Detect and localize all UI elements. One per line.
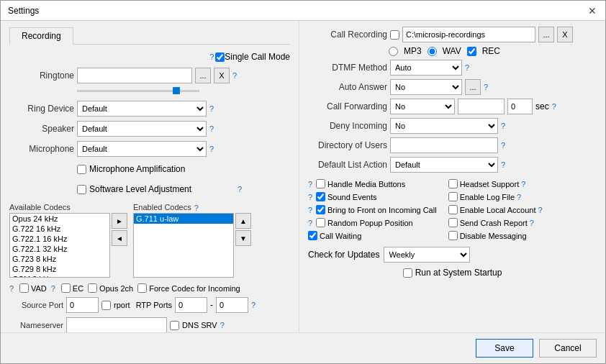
dtmf-select[interactable]: Auto — [390, 60, 462, 76]
help-ports[interactable]: ? — [251, 301, 257, 309]
help-forwarding[interactable]: ? — [552, 102, 558, 111]
rec-checkbox[interactable] — [467, 47, 476, 56]
help-codecs[interactable]: ? — [194, 204, 200, 212]
source-port-input[interactable] — [66, 297, 99, 313]
settings-window: Settings ✕ Recording ? Single Call Mode … — [0, 0, 606, 364]
help-dtmf[interactable]: ? — [465, 63, 471, 72]
help-headset[interactable]: ? — [521, 180, 527, 188]
run-startup-checkbox[interactable] — [403, 268, 412, 278]
software-level-row: Software Level Adjustment ? — [77, 181, 290, 197]
help-local[interactable]: ? — [538, 206, 543, 214]
save-button[interactable]: Save — [476, 339, 533, 358]
help-single-call[interactable]: ? — [209, 53, 215, 61]
volume-slider-thumb[interactable] — [173, 87, 180, 94]
auto-answer-select[interactable]: No — [390, 79, 462, 95]
cancel-button[interactable]: Cancel — [539, 339, 597, 358]
enable-log-checkbox[interactable] — [448, 192, 458, 201]
force-codec-checkbox[interactable] — [137, 283, 147, 293]
call-recording-checkbox[interactable] — [390, 30, 399, 40]
help-vad[interactable]: ? — [9, 284, 15, 293]
recording-clear-button[interactable]: X — [557, 27, 573, 42]
tab-recording[interactable]: Recording — [9, 27, 73, 45]
help-random-popup[interactable]: ? — [308, 219, 314, 227]
help-auto-answer[interactable]: ? — [484, 83, 489, 91]
available-codecs-list[interactable]: Opus 24 kHz G.722 16 kHz G.722.1 16 kHz … — [9, 213, 110, 278]
rport-checkbox[interactable] — [101, 301, 111, 310]
deny-select[interactable]: No — [390, 118, 498, 134]
ring-device-select[interactable]: Default — [77, 101, 207, 117]
bring-front-checkbox[interactable] — [316, 205, 325, 214]
rtp-ports-label: RTP Ports — [136, 301, 172, 309]
tab-bar: Recording — [9, 27, 290, 45]
codec-item[interactable]: G.722.1 16 kHz — [10, 234, 109, 244]
help-handle-media[interactable]: ? — [308, 180, 314, 188]
codec-move-up-button[interactable]: ▲ — [235, 213, 251, 229]
help-bring-front[interactable]: ? — [308, 206, 314, 214]
codec-item[interactable]: Opus 24 kHz — [10, 214, 109, 224]
help-default-list[interactable]: ? — [501, 160, 507, 169]
codec-move-right-button[interactable]: ► — [112, 213, 127, 229]
help-deny[interactable]: ? — [501, 122, 507, 130]
ringtone-browse-button[interactable]: ... — [195, 68, 211, 83]
handle-media-checkbox[interactable] — [316, 179, 325, 188]
recording-path-input[interactable] — [402, 27, 535, 42]
mic-amp-checkbox[interactable] — [77, 165, 86, 174]
source-port-label: Source Port — [9, 301, 63, 309]
auto-answer-browse-button[interactable]: ... — [465, 79, 481, 95]
help-ringtone[interactable]: ? — [232, 71, 238, 80]
check-updates-select[interactable]: Weekly — [384, 247, 470, 263]
headset-support-checkbox[interactable] — [448, 179, 458, 188]
help-crash[interactable]: ? — [530, 219, 535, 227]
codec-item[interactable]: G.722 16 kHz — [10, 224, 109, 234]
send-crash-checkbox[interactable] — [448, 218, 458, 227]
vad-checkbox[interactable] — [19, 283, 29, 293]
random-popup-checkbox[interactable] — [316, 218, 325, 227]
codec-item[interactable]: G.723 8 kHz — [10, 254, 109, 264]
help-sound-events[interactable]: ? — [308, 193, 314, 201]
ec-checkbox[interactable] — [61, 283, 71, 293]
help-ec[interactable]: ? — [51, 284, 57, 293]
available-codecs-box: Available Codecs Opus 24 kHz G.722 16 kH… — [9, 203, 127, 278]
codec-item[interactable]: G.729 8 kHz — [10, 264, 109, 274]
help-speaker[interactable]: ? — [209, 124, 215, 133]
help-directory[interactable]: ? — [501, 141, 507, 150]
software-level-checkbox[interactable] — [77, 185, 86, 194]
codec-item[interactable]: G.722.1 32 kHz — [10, 244, 109, 254]
bring-front-row: ? Bring to Front on Incoming Call — [308, 205, 437, 214]
help-ring-device[interactable]: ? — [209, 104, 215, 113]
opus-label: Opus 2ch — [88, 283, 133, 293]
forwarding-input[interactable] — [458, 99, 505, 114]
help-nameserver[interactable]: ? — [220, 321, 226, 329]
help-software-level[interactable]: ? — [238, 185, 243, 194]
wav-radio[interactable] — [428, 47, 437, 56]
close-button[interactable]: ✕ — [587, 5, 598, 17]
force-codec-label: Force Codec for Incoming — [137, 283, 240, 293]
rtp-to-input[interactable] — [216, 297, 248, 313]
single-call-checkbox[interactable] — [215, 53, 225, 62]
ringtone-clear-button[interactable]: X — [214, 68, 230, 83]
disable-messaging-checkbox[interactable] — [448, 231, 458, 240]
sound-events-checkbox[interactable] — [316, 192, 325, 201]
speaker-select[interactable]: Default — [77, 121, 207, 137]
opus-checkbox[interactable] — [88, 283, 97, 293]
nameserver-input[interactable] — [66, 317, 167, 332]
rtp-from-input[interactable] — [175, 297, 207, 313]
forwarding-select[interactable]: No — [390, 99, 455, 114]
directory-input[interactable] — [390, 137, 498, 153]
microphone-select[interactable]: Default — [77, 141, 207, 157]
help-microphone[interactable]: ? — [209, 145, 215, 153]
dns-srv-checkbox[interactable] — [170, 321, 179, 330]
enabled-codecs-list[interactable]: G.711 u-law — [133, 213, 234, 278]
codec-item-selected[interactable]: G.711 u-law — [134, 214, 233, 224]
enable-local-checkbox[interactable] — [448, 205, 458, 214]
default-list-select[interactable]: Default — [390, 157, 498, 173]
codec-item[interactable]: GSM 8 kHz — [10, 274, 109, 278]
call-waiting-checkbox[interactable] — [308, 231, 317, 240]
help-log[interactable]: ? — [517, 193, 523, 201]
codec-move-left-button[interactable]: ◄ — [112, 230, 127, 246]
mp3-radio[interactable] — [389, 47, 398, 56]
ringtone-input[interactable] — [77, 68, 192, 83]
sec-input[interactable] — [507, 99, 533, 114]
recording-browse-button[interactable]: ... — [538, 27, 554, 42]
codec-move-down-button[interactable]: ▼ — [235, 230, 251, 246]
